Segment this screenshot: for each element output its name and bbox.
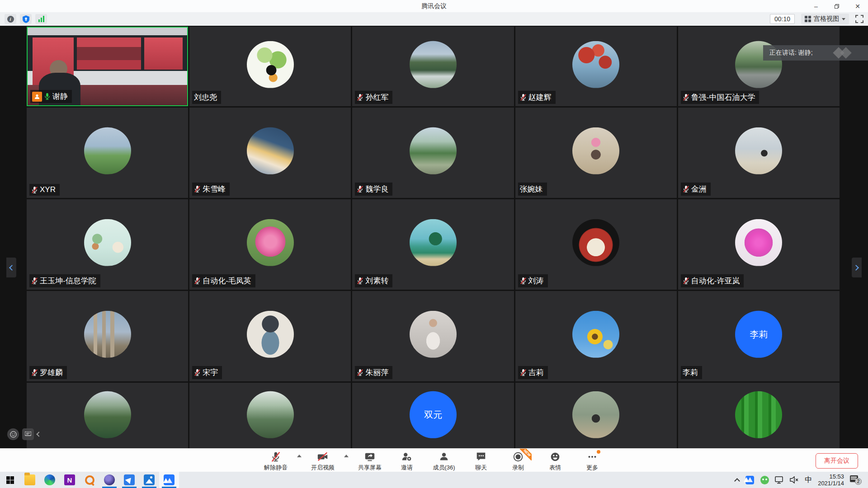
- edge-browser-button[interactable]: [40, 472, 60, 488]
- participant-tile[interactable]: 鲁强-中国石油大学: [678, 27, 840, 106]
- participant-tile[interactable]: 魏学良: [352, 108, 514, 198]
- video-stage: 谢静 刘忠尧 孙红: [0, 26, 868, 448]
- chat-button[interactable]: 聊天: [464, 449, 498, 472]
- security-button[interactable]: [20, 14, 32, 24]
- participant-tile[interactable]: 自动化-许亚岚: [678, 199, 840, 290]
- action-center-button[interactable]: 2: [850, 475, 862, 485]
- next-page-button[interactable]: [852, 258, 862, 277]
- start-button[interactable]: [0, 472, 20, 488]
- onenote-button[interactable]: N: [60, 472, 80, 488]
- emoji-face-icon: [549, 451, 561, 463]
- members-button[interactable]: 成员(36): [427, 449, 461, 472]
- participant-tile[interactable]: 朱雪峰: [189, 108, 351, 198]
- caption-button[interactable]: [22, 428, 34, 440]
- meeting-app-icon: [745, 476, 754, 484]
- photos-app-button[interactable]: [139, 472, 159, 488]
- tray-volume-muted[interactable]: [790, 475, 799, 484]
- tencent-meeting-app-button[interactable]: [159, 472, 179, 488]
- participant-avatar: [572, 311, 619, 358]
- record-button[interactable]: NEW 录制: [501, 449, 535, 472]
- participant-tile[interactable]: [678, 383, 840, 450]
- participant-avatar: [572, 41, 619, 88]
- participant-avatar: [572, 127, 619, 174]
- participant-tile[interactable]: 孙红军: [352, 27, 514, 106]
- input-method-indicator[interactable]: 中: [805, 475, 812, 485]
- info-icon: i: [7, 16, 14, 23]
- participant-avatar: [735, 391, 782, 438]
- signal-bars-icon: [38, 16, 44, 22]
- invite-button[interactable]: 邀请: [390, 449, 424, 472]
- minimize-button[interactable]: –: [806, 0, 826, 12]
- participant-tile[interactable]: 自动化-毛凤英: [189, 199, 351, 290]
- participant-name: XYR: [40, 185, 56, 194]
- more-button[interactable]: 更多: [575, 449, 609, 472]
- participant-name: 刘忠尧: [194, 92, 217, 103]
- participant-tile[interactable]: 刘涛: [515, 199, 677, 290]
- previous-page-button[interactable]: [6, 258, 16, 277]
- photos-icon: [144, 474, 155, 485]
- file-explorer-button[interactable]: [20, 472, 40, 488]
- participant-tile[interactable]: 王玉坤-信息学院: [27, 199, 188, 290]
- restore-button[interactable]: [826, 0, 847, 12]
- network-quality-button[interactable]: [35, 14, 47, 24]
- participant-avatar: [410, 41, 457, 88]
- participant-tile[interactable]: 刘忠尧: [189, 27, 351, 106]
- status-bar: i 00:10 宫格视图: [0, 12, 868, 26]
- tray-expand-chevron[interactable]: [734, 478, 740, 484]
- emoji-button[interactable]: 表情: [538, 449, 572, 472]
- participant-tile[interactable]: 吉莉: [515, 291, 677, 381]
- participant-tile[interactable]: 双元: [352, 383, 514, 450]
- docs-app-button[interactable]: [119, 472, 139, 488]
- participant-name-label: 魏学良: [355, 183, 392, 196]
- participant-avatar: 双元: [410, 391, 457, 438]
- video-options-expander[interactable]: [343, 455, 350, 457]
- fullscreen-button[interactable]: [855, 15, 863, 23]
- participant-avatar: [735, 219, 782, 266]
- participant-name: 李莉: [683, 367, 698, 378]
- tray-meeting-app[interactable]: [745, 475, 754, 484]
- participant-tile[interactable]: 朱丽萍: [352, 291, 514, 381]
- participant-name: 鲁强-中国石油大学: [691, 92, 755, 103]
- triangle-up-icon: [344, 455, 349, 457]
- caption-icon: [25, 432, 31, 437]
- participant-name: 自动化-许亚岚: [691, 276, 740, 286]
- unmute-button[interactable]: 解除静音: [259, 449, 293, 472]
- participant-tile[interactable]: 谢静: [27, 27, 188, 106]
- participant-tile[interactable]: [189, 383, 351, 450]
- browser-app-button[interactable]: [99, 472, 119, 488]
- meeting-info-button[interactable]: i: [5, 14, 16, 24]
- collapse-chevron-icon[interactable]: [36, 432, 41, 436]
- view-mode-selector[interactable]: 宫格视图: [801, 14, 849, 24]
- participant-name: 自动化-毛凤英: [203, 276, 251, 286]
- avatar-initials: 李莉: [750, 328, 768, 340]
- mic-active-icon: [44, 93, 51, 100]
- participant-tile[interactable]: 赵建辉: [515, 27, 677, 106]
- onenote-icon: N: [64, 474, 75, 485]
- participant-tile[interactable]: 李莉 李莉: [678, 291, 840, 381]
- participant-tile[interactable]: [27, 383, 188, 450]
- participant-tile[interactable]: [515, 383, 677, 450]
- search-app-button[interactable]: [80, 472, 99, 488]
- participant-tile[interactable]: 金洲: [678, 108, 840, 198]
- mic-muted-icon: [520, 277, 527, 285]
- participant-tile[interactable]: 罗雄麟: [27, 291, 188, 381]
- share-screen-icon: [364, 451, 376, 463]
- reaction-emoji-button[interactable]: [7, 428, 19, 440]
- participant-tile[interactable]: 张婉妹: [515, 108, 677, 198]
- close-button[interactable]: ✕: [847, 0, 868, 12]
- participant-name-label: 谢静: [30, 90, 72, 103]
- audio-options-expander[interactable]: [296, 455, 303, 457]
- taskbar-clock[interactable]: 15:53 2021/1/14: [818, 473, 844, 487]
- tray-network[interactable]: [775, 475, 784, 484]
- participant-tile[interactable]: 宋宇: [189, 291, 351, 381]
- taskbar-time: 15:53: [818, 473, 844, 480]
- camera-off-icon: [317, 451, 329, 463]
- share-screen-button[interactable]: 共享屏幕: [353, 449, 387, 472]
- participant-tile[interactable]: XYR: [27, 108, 188, 198]
- tray-wechat[interactable]: [760, 475, 769, 484]
- participant-avatar: [247, 219, 294, 266]
- start-video-button[interactable]: 开启视频: [306, 449, 340, 472]
- participant-tile[interactable]: 刘素转: [352, 199, 514, 290]
- meeting-watermark-logo: [832, 47, 855, 59]
- leave-meeting-button[interactable]: 离开会议: [816, 453, 858, 469]
